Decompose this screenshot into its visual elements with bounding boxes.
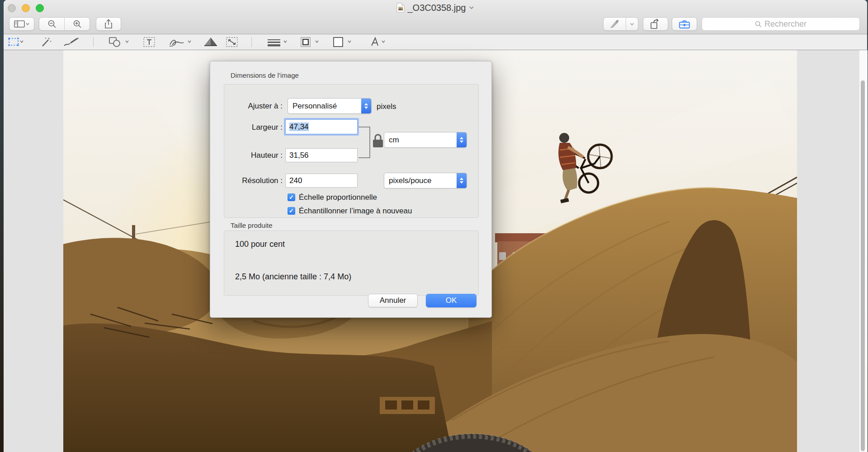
chevron-down-icon (630, 23, 634, 26)
sidebar-view-icon (14, 20, 29, 28)
magic-wand-button[interactable] (40, 36, 52, 48)
resolution-unit-popup[interactable]: pixels/pouce (384, 173, 467, 188)
markup-toolbox-button[interactable] (672, 17, 697, 31)
selection-tool-button[interactable] (8, 36, 24, 48)
resample-label: Échantillonner l’image à nouveau (299, 207, 412, 215)
fit-popup-value: Personnalisé (292, 102, 337, 110)
fill-color-button[interactable] (333, 36, 353, 48)
fit-unit-label: pixels (377, 102, 396, 111)
markup-toolbar (4, 34, 867, 50)
rotate-left-icon (650, 19, 661, 29)
resolution-label: Résolution : (215, 174, 283, 188)
shapes-button[interactable] (108, 36, 130, 48)
fill-color-icon (333, 37, 353, 47)
wooden-pallet (380, 397, 435, 414)
magic-wand-icon (40, 37, 52, 47)
toolbar-divider (251, 37, 252, 47)
height-label: Hauteur : (215, 148, 283, 162)
zoom-in-button[interactable] (65, 18, 90, 30)
search-placeholder: Rechercher (764, 19, 807, 29)
fit-label: Ajuster à : (215, 99, 283, 113)
text-style-button[interactable] (369, 36, 387, 48)
shapes-icon (108, 37, 130, 47)
width-label: Largeur : (215, 120, 283, 134)
dimensions-section-title: Dimensions de l’image (231, 71, 299, 79)
text-box-button[interactable] (143, 36, 156, 48)
ok-button[interactable]: OK (426, 294, 476, 307)
stepper-icon (361, 99, 371, 113)
text-style-icon (369, 37, 387, 47)
lock-icon (373, 135, 383, 147)
fit-popup[interactable]: Personnalisé (288, 98, 372, 114)
proportional-label: Échelle proportionnelle (299, 193, 377, 201)
cancel-button[interactable]: Annuler (368, 294, 418, 307)
resolution-unit-value: pixels/pouce (389, 176, 432, 185)
markup-pen-split-button (603, 17, 638, 31)
share-button[interactable] (96, 17, 121, 31)
height-value: 31,56 (289, 151, 309, 160)
resize-button[interactable] (225, 36, 239, 48)
search-field[interactable]: Rechercher (702, 17, 860, 31)
zoom-buttons (39, 17, 90, 31)
vertical-scrollbar-thumb[interactable] (861, 80, 865, 451)
stepper-icon (457, 132, 467, 147)
toolbar-divider (93, 37, 94, 47)
checkmark-icon: ✓ (289, 207, 294, 214)
line-style-icon (267, 37, 288, 47)
zoom-out-icon (47, 19, 57, 28)
sketch-pen-icon (63, 37, 80, 47)
markup-pen-button[interactable] (604, 18, 626, 30)
unit-popup-value: cm (389, 136, 399, 144)
line-style-button[interactable] (267, 36, 288, 48)
signature-button[interactable] (169, 36, 193, 48)
selection-rect-icon (8, 37, 24, 47)
markup-pen-chevron[interactable] (626, 18, 638, 30)
unit-popup[interactable]: cm (384, 132, 467, 148)
resolution-field[interactable]: 240 (285, 174, 358, 188)
link-bracket (358, 124, 386, 161)
adjust-size-dialog: Dimensions de l’image Ajuster à : Person… (210, 61, 492, 318)
proportional-checkbox[interactable]: ✓ (288, 193, 295, 201)
share-icon (104, 19, 113, 29)
width-value: 47,34 (289, 122, 309, 131)
sidebar-view-button[interactable] (9, 17, 34, 31)
result-percent: 100 pour cent (235, 240, 285, 249)
resolution-value: 240 (289, 176, 302, 185)
window-title: _O3C0358.jpg (408, 3, 466, 13)
zoom-in-icon (73, 19, 82, 28)
checkmark-icon: ✓ (289, 194, 294, 201)
zoom-out-button[interactable] (39, 18, 64, 30)
resample-checkbox[interactable]: ✓ (288, 207, 295, 215)
signature-icon (169, 37, 193, 47)
markup-pen-icon (609, 19, 619, 28)
result-section-title: Taille produite (231, 221, 273, 229)
height-field[interactable]: 31,56 (285, 148, 358, 162)
title-group: _O3C0358.jpg (4, 2, 867, 14)
adjust-color-icon (203, 37, 219, 47)
document-proxy-icon[interactable] (396, 3, 405, 13)
border-color-button[interactable] (300, 36, 320, 48)
title-chevron-icon[interactable] (469, 6, 474, 9)
rotate-left-button[interactable] (643, 17, 668, 31)
border-color-icon (300, 37, 320, 47)
text-box-icon (143, 37, 156, 47)
result-size: 2,5 Mo (ancienne taille : 7,4 Mo) (235, 272, 351, 282)
stepper-icon (457, 173, 467, 188)
width-field[interactable]: 47,34 (285, 119, 358, 134)
sketch-tool-button[interactable] (63, 36, 80, 48)
resize-icon (225, 37, 239, 47)
adjust-color-button[interactable] (203, 36, 219, 48)
markup-toolbox-icon (679, 19, 690, 29)
screen: _O3C0358.jpg (0, 0, 868, 452)
search-icon (755, 21, 762, 28)
